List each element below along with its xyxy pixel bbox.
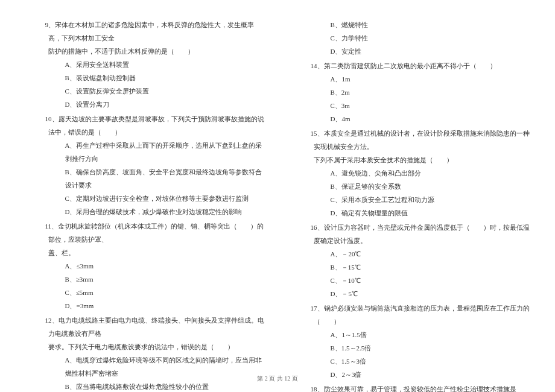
q15-option-b: B、保证足够的安全系数: [314, 180, 531, 193]
q9-option-d: D、设置分离刀: [48, 98, 265, 111]
q10-text: 10、露天边坡的主要事故类型是滑坡事故，下列关于预防滑坡事故措施的说法中，错误的…: [48, 112, 265, 139]
q15-option-d: D、确定有关物理量的限值: [314, 206, 531, 220]
q10-option-b: B、确保台阶高度、坡面角、安全平台宽度和最终边坡角等参数符合设计要求: [48, 165, 265, 192]
question-16: 16、设计压力容器时，当壳壁或元件金属的温度低于（ ）时，按最低温度确定设计温度…: [314, 221, 531, 300]
q13-option-b: B、燃烧特性: [314, 18, 531, 31]
q16-option-c: C、－10℃: [314, 274, 531, 287]
q17-option-c: C、1.5～3倍: [314, 355, 531, 368]
q16-option-a: A、－20℃: [314, 247, 531, 261]
q14-option-d: D、4m: [314, 112, 531, 125]
q15-option-a: A、避免锐边、尖角和凸出部分: [314, 166, 531, 180]
left-column: 9、宋体在木材加工的诸多危险因素中，木料反弹的危险性大，发生概率高，下列木材加工…: [48, 18, 265, 392]
question-15: 15、本质安全是通过机械的设计者，在设计阶段采取措施来消除隐患的一种实现机械安全…: [314, 127, 531, 220]
q11-cont: 盖、栏。: [48, 246, 265, 259]
q14-option-c: C、3m: [314, 99, 531, 112]
q10-option-d: D、采用合理的爆破技术，减少爆破作业对边坡稳定性的影响: [48, 205, 265, 218]
q9-option-a: A、采用安全送料装置: [48, 58, 265, 71]
q12-cont: 要求。下列关于电力电缆敷设要求的说法中，错误的是（ ）: [48, 340, 265, 353]
question-10: 10、露天边坡的主要事故类型是滑坡事故，下列关于预防滑坡事故措施的说法中，错误的…: [48, 112, 265, 218]
q14-option-a: A、1m: [314, 72, 531, 86]
q16-text: 16、设计压力容器时，当壳壁或元件金属的温度低于（ ）时，按最低温度确定设计温度…: [314, 221, 531, 247]
q16-option-d: D、－5℃: [314, 287, 531, 300]
q11-option-d: D、=3mm: [48, 299, 265, 312]
q15-text: 15、本质安全是通过机械的设计者，在设计阶段采取措施来消除隐患的一种实现机械安全…: [314, 127, 531, 153]
question-9: 9、宋体在木材加工的诸多危险因素中，木料反弹的危险性大，发生概率高，下列木材加工…: [48, 18, 265, 111]
q12-text: 12、电力电缆线路主要由电力电缆、终端接头、中间接头及支撑件组成。电力电缆敷设有…: [48, 314, 265, 340]
q17-option-a: A、1～1.5倍: [314, 328, 531, 341]
q11-option-a: A、≤3mm: [48, 259, 265, 273]
q17-option-b: B、1.5～2.5倍: [314, 341, 531, 355]
q9-option-b: B、装设锯盘制动控制器: [48, 71, 265, 84]
q16-option-b: B、－15℃: [314, 261, 531, 274]
page-container: 9、宋体在木材加工的诸多危险因素中，木料反弹的危险性大，发生概率高，下列木材加工…: [0, 0, 555, 392]
q11-text: 11、金切机床旋转部位（机床本体或工件）的键、销、榍等突出（ ）的部位，应装防护…: [48, 220, 265, 246]
question-18: 18、防尘效果可靠，易于管理，投资较低的生产性粉尘治理技术措施是（ ） A、湿式…: [314, 382, 531, 392]
page-footer: 第 2 页 共 12 页: [0, 375, 555, 383]
q9-option-c: C、设置防反弹安全屏护装置: [48, 84, 265, 98]
q9-cont: 防护的措施中，不适于防止木料反弹的是（ ）: [48, 45, 265, 58]
q14-option-b: B、2m: [314, 86, 531, 99]
question-14: 14、第二类防雷建筑防止二次放电的最小距离不得小于（ ） A、1m B、2m C…: [314, 59, 531, 125]
question-17: 17、锅炉必须安装与锅筒蒸汽直接相连的压力表，量程范围应在工作压力的（ ） A、…: [314, 302, 531, 381]
q17-text: 17、锅炉必须安装与锅筒蒸汽直接相连的压力表，量程范围应在工作压力的（ ）: [314, 302, 531, 328]
q10-option-a: A、再生产过程中采取从上而下的开采顺序，选用从下盘到上盘的采剥推行方向: [48, 139, 265, 165]
q13-option-c: C、力学特性: [314, 31, 531, 45]
right-column: B、燃烧特性 C、力学特性 D、安定性 14、第二类防雷建筑防止二次放电的最小距…: [314, 18, 531, 392]
question-11: 11、金切机床旋转部位（机床本体或工件）的键、销、榍等突出（ ）的部位，应装防护…: [48, 220, 265, 312]
q14-text: 14、第二类防雷建筑防止二次放电的最小距离不得小于（ ）: [314, 59, 531, 72]
q18-text: 18、防尘效果可靠，易于管理，投资较低的生产性粉尘治理技术措施是（ ）: [314, 382, 531, 392]
q15-cont: 下列不属于采用本质安全技术的措施是（ ）: [314, 153, 531, 166]
q13-option-d: D、安定性: [314, 45, 531, 58]
question-13-cont: B、燃烧特性 C、力学特性 D、安定性: [314, 18, 531, 58]
q9-text: 9、宋体在木材加工的诸多危险因素中，木料反弹的危险性大，发生概率高，下列木材加工…: [48, 18, 265, 45]
q11-option-c: C、≤5mm: [48, 286, 265, 299]
q15-option-c: C、采用本质安全工艺过程和动力源: [314, 193, 531, 206]
q11-option-b: B、≥3mm: [48, 273, 265, 286]
q10-option-c: C、定期对边坡进行安全检查，对坡体位移等主要参数进行监测: [48, 192, 265, 205]
